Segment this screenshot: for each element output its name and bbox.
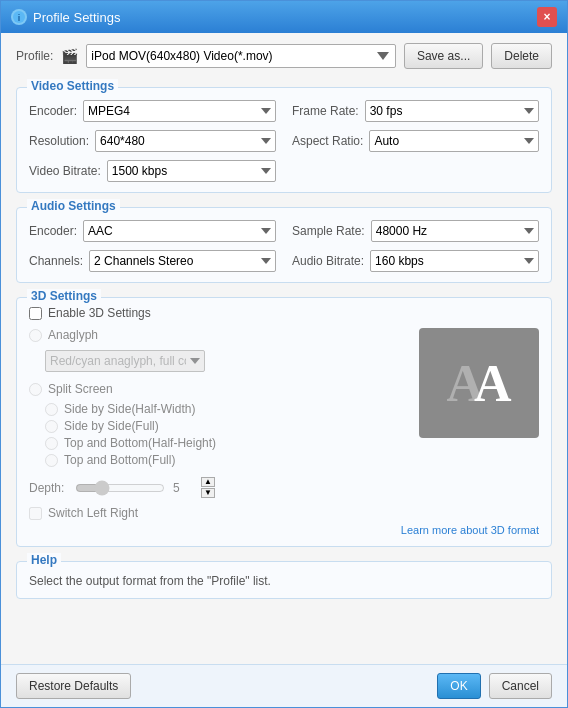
anaglyph-radio[interactable]: [29, 329, 42, 342]
close-button[interactable]: ×: [537, 7, 557, 27]
profile-icon: 🎬: [61, 48, 78, 64]
dialog-title: Profile Settings: [33, 10, 120, 25]
help-section: Help Select the output format from the "…: [16, 561, 552, 599]
title-bar: i Profile Settings ×: [1, 1, 567, 33]
depth-value: 5: [173, 481, 193, 495]
switch-left-right-checkbox[interactable]: [29, 507, 42, 520]
video-settings-section: Video Settings Encoder: MPEG4 Frame Rate…: [16, 87, 552, 193]
audio-bitrate-row: Audio Bitrate: 160 kbps: [292, 250, 539, 272]
top-bottom-full-row: Top and Bottom(Full): [45, 453, 407, 467]
main-content: Profile: 🎬 iPod MOV(640x480) Video(*.mov…: [1, 33, 567, 664]
switch-left-right-label: Switch Left Right: [48, 506, 138, 520]
ok-button[interactable]: OK: [437, 673, 480, 699]
video-settings-grid: Encoder: MPEG4 Frame Rate: 30 fps Resolu…: [29, 100, 539, 182]
aspect-ratio-select[interactable]: Auto: [369, 130, 539, 152]
anaglyph-row: Anaglyph: [29, 328, 407, 342]
help-text: Select the output format from the "Profi…: [29, 574, 539, 588]
encoder-select[interactable]: MPEG4: [83, 100, 276, 122]
switch-left-right-row: Switch Left Right: [29, 506, 407, 520]
resolution-label: Resolution:: [29, 134, 89, 148]
aa-preview-text: A A: [446, 354, 511, 413]
audio-settings-title: Audio Settings: [27, 199, 120, 213]
restore-defaults-button[interactable]: Restore Defaults: [16, 673, 131, 699]
side-by-side-full-label: Side by Side(Full): [64, 419, 159, 433]
aspect-ratio-label: Aspect Ratio:: [292, 134, 363, 148]
audio-settings-grid: Encoder: AAC Sample Rate: 48000 Hz Chann…: [29, 220, 539, 272]
resolution-select[interactable]: 640*480: [95, 130, 276, 152]
sample-rate-select[interactable]: 48000 Hz: [371, 220, 539, 242]
video-bitrate-row: Video Bitrate: 1500 kbps: [29, 160, 276, 182]
anaglyph-type-select[interactable]: Red/cyan anaglyph, full color: [45, 350, 205, 372]
encoder-row: Encoder: MPEG4: [29, 100, 276, 122]
learn-more-row: Learn more about 3D format: [29, 524, 539, 536]
3d-settings-section: 3D Settings Enable 3D Settings Anaglyph …: [16, 297, 552, 547]
enable-3d-label[interactable]: Enable 3D Settings: [48, 306, 151, 320]
video-bitrate-label: Video Bitrate:: [29, 164, 101, 178]
top-bottom-half-label: Top and Bottom(Half-Height): [64, 436, 216, 450]
depth-label: Depth:: [29, 481, 67, 495]
save-as-button[interactable]: Save as...: [404, 43, 483, 69]
audio-bitrate-select[interactable]: 160 kbps: [370, 250, 539, 272]
aa-right: A: [474, 354, 512, 413]
3d-options: Anaglyph Red/cyan anaglyph, full color S…: [29, 328, 539, 520]
profile-select[interactable]: iPod MOV(640x480) Video(*.mov): [86, 44, 396, 68]
top-bottom-full-label: Top and Bottom(Full): [64, 453, 175, 467]
encoder-label: Encoder:: [29, 104, 77, 118]
depth-spinner: ▲ ▼: [201, 477, 215, 498]
side-by-side-full-row: Side by Side(Full): [45, 419, 407, 433]
split-screen-radio[interactable]: [29, 383, 42, 396]
audio-encoder-label: Encoder:: [29, 224, 77, 238]
title-bar-left: i Profile Settings: [11, 9, 120, 25]
top-bottom-half-row: Top and Bottom(Half-Height): [45, 436, 407, 450]
top-bottom-half-radio[interactable]: [45, 437, 58, 450]
depth-slider[interactable]: [75, 480, 165, 496]
app-icon: i: [11, 9, 27, 25]
audio-bitrate-label: Audio Bitrate:: [292, 254, 364, 268]
audio-encoder-row: Encoder: AAC: [29, 220, 276, 242]
footer-right: OK Cancel: [437, 673, 552, 699]
video-bitrate-select[interactable]: 1500 kbps: [107, 160, 276, 182]
frame-rate-select[interactable]: 30 fps: [365, 100, 539, 122]
enable-3d-checkbox[interactable]: [29, 307, 42, 320]
side-by-side-full-radio[interactable]: [45, 420, 58, 433]
footer: Restore Defaults OK Cancel: [1, 664, 567, 707]
video-settings-title: Video Settings: [27, 79, 118, 93]
side-by-side-half-radio[interactable]: [45, 403, 58, 416]
frame-rate-label: Frame Rate:: [292, 104, 359, 118]
sample-rate-row: Sample Rate: 48000 Hz: [292, 220, 539, 242]
audio-settings-section: Audio Settings Encoder: AAC Sample Rate:…: [16, 207, 552, 283]
channels-select[interactable]: 2 Channels Stereo: [89, 250, 276, 272]
depth-down-button[interactable]: ▼: [201, 488, 215, 498]
split-screen-label: Split Screen: [48, 382, 113, 396]
channels-label: Channels:: [29, 254, 83, 268]
3d-preview: A A: [419, 328, 539, 438]
aspect-ratio-row: Aspect Ratio: Auto: [292, 130, 539, 152]
cancel-button[interactable]: Cancel: [489, 673, 552, 699]
anaglyph-sub: Red/cyan anaglyph, full color: [45, 350, 407, 372]
split-screen-options: Side by Side(Half-Width) Side by Side(Fu…: [45, 402, 407, 467]
channels-row: Channels: 2 Channels Stereo: [29, 250, 276, 272]
learn-more-link[interactable]: Learn more about 3D format: [401, 524, 539, 536]
profile-settings-dialog: i Profile Settings × Profile: 🎬 iPod MOV…: [0, 0, 568, 708]
svg-text:i: i: [18, 13, 21, 23]
frame-rate-row: Frame Rate: 30 fps: [292, 100, 539, 122]
profile-label: Profile:: [16, 49, 53, 63]
side-by-side-half-label: Side by Side(Half-Width): [64, 402, 195, 416]
depth-up-button[interactable]: ▲: [201, 477, 215, 487]
help-title: Help: [27, 553, 61, 567]
audio-encoder-select[interactable]: AAC: [83, 220, 276, 242]
split-screen-row: Split Screen: [29, 382, 407, 396]
sample-rate-label: Sample Rate:: [292, 224, 365, 238]
resolution-row: Resolution: 640*480: [29, 130, 276, 152]
depth-row: Depth: 5 ▲ ▼: [29, 477, 407, 498]
3d-settings-title: 3D Settings: [27, 289, 101, 303]
top-bottom-full-radio[interactable]: [45, 454, 58, 467]
delete-button[interactable]: Delete: [491, 43, 552, 69]
profile-row: Profile: 🎬 iPod MOV(640x480) Video(*.mov…: [16, 43, 552, 69]
3d-left-panel: Anaglyph Red/cyan anaglyph, full color S…: [29, 328, 407, 520]
enable-3d-row: Enable 3D Settings: [29, 306, 539, 320]
anaglyph-label: Anaglyph: [48, 328, 98, 342]
side-by-side-half-row: Side by Side(Half-Width): [45, 402, 407, 416]
